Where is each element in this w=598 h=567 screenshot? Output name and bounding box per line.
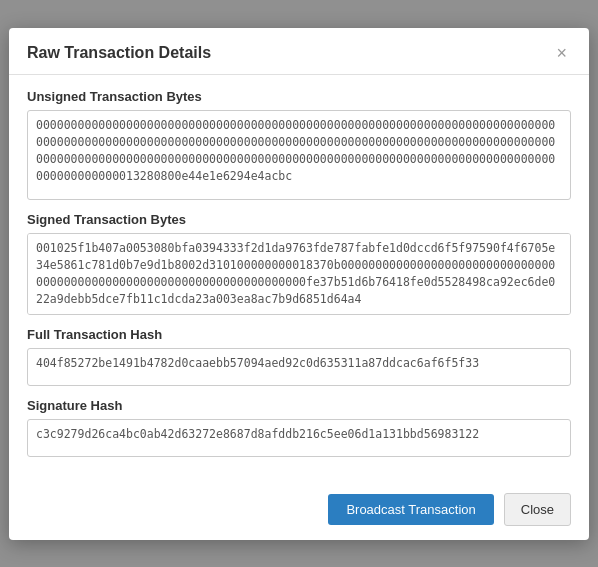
broadcast-transaction-button[interactable]: Broadcast Transaction <box>328 494 493 525</box>
modal-overlay: Raw Transaction Details × Unsigned Trans… <box>0 0 598 567</box>
unsigned-bytes-section: Unsigned Transaction Bytes 0000000000000… <box>27 89 571 200</box>
modal-dialog: Raw Transaction Details × Unsigned Trans… <box>9 28 589 540</box>
modal-body: Unsigned Transaction Bytes 0000000000000… <box>9 75 589 483</box>
close-button[interactable]: Close <box>504 493 571 526</box>
unsigned-bytes-value[interactable]: 0000000000000000000000000000000000000000… <box>27 110 571 200</box>
unsigned-bytes-label: Unsigned Transaction Bytes <box>27 89 571 104</box>
sig-hash-value[interactable]: c3c9279d26ca4bc0ab42d63272e8687d8afddb21… <box>27 419 571 457</box>
signed-bytes-label: Signed Transaction Bytes <box>27 212 571 227</box>
close-icon[interactable]: × <box>552 42 571 64</box>
modal-title: Raw Transaction Details <box>27 44 211 62</box>
modal-footer: Broadcast Transaction Close <box>9 483 589 540</box>
sig-hash-section: Signature Hash c3c9279d26ca4bc0ab42d6327… <box>27 398 571 457</box>
signed-bytes-value[interactable]: 001025f1b407a0053080bfa0394333f2d1da9763… <box>27 233 571 315</box>
signed-bytes-section: Signed Transaction Bytes 001025f1b407a00… <box>27 212 571 315</box>
sig-hash-label: Signature Hash <box>27 398 571 413</box>
full-hash-section: Full Transaction Hash 404f85272be1491b47… <box>27 327 571 386</box>
full-hash-label: Full Transaction Hash <box>27 327 571 342</box>
full-hash-value[interactable]: 404f85272be1491b4782d0caaebb57094aed92c0… <box>27 348 571 386</box>
modal-header: Raw Transaction Details × <box>9 28 589 75</box>
